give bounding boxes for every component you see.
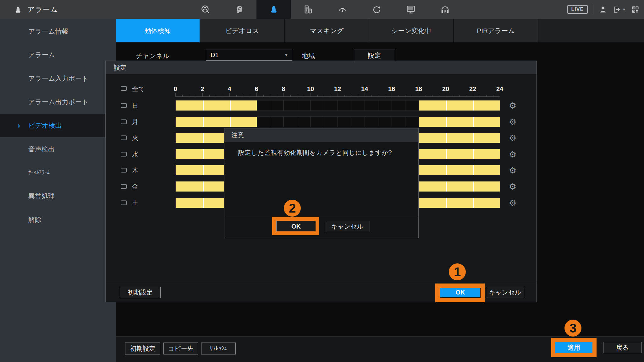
tab-0[interactable]: 動体検知 (116, 19, 200, 42)
qr-code-icon[interactable] (631, 5, 640, 14)
gear-icon-3[interactable]: ⚙ (509, 150, 516, 159)
sidebar-item-label: 音声検出 (28, 145, 55, 154)
schedule-block (230, 100, 257, 111)
schedule-block (419, 117, 446, 127)
warning-dialog-message: 設定した監視有効化期間をカメラと同じにしますか? (238, 149, 392, 157)
sidebar-item-2[interactable]: アラーム入力ポート (0, 67, 116, 90)
day-checkbox-0[interactable] (121, 103, 127, 108)
tab-1[interactable]: ビデオロス (200, 19, 285, 42)
apply-button[interactable]: 適用 (555, 342, 592, 353)
nav-system-icon[interactable] (359, 0, 394, 19)
hour-label-18: 18 (415, 85, 422, 93)
day-label-5: 金 (132, 182, 138, 191)
sidebar-item-5[interactable]: 音声検出 (0, 137, 116, 161)
channel-value: D1 (211, 51, 219, 59)
day-label-2: 火 (132, 134, 138, 142)
schedule-block (176, 149, 203, 159)
tab-3[interactable]: シーン変化中 (369, 19, 454, 42)
nav-audio-icon[interactable] (428, 0, 462, 19)
top-bar: アラーム LIVE ▼ (0, 0, 644, 19)
schedule-dialog-cancel-button[interactable]: キャンセル (486, 287, 524, 298)
sidebar-item-3[interactable]: アラーム出力ポート (0, 90, 116, 114)
region-label: 地域 (302, 51, 315, 60)
timeline-0[interactable] (175, 100, 500, 111)
gear-icon-2[interactable]: ⚙ (509, 134, 516, 142)
day-label-4: 木 (132, 166, 138, 175)
sidebar-item-6[interactable]: ｻｰﾏﾙｱﾗｰﾑ (0, 161, 116, 184)
channel-select[interactable]: D1 ▼ (206, 50, 292, 61)
hour-label-22: 22 (469, 85, 476, 93)
schedule-block (446, 198, 473, 208)
warning-dialog-ok-button[interactable]: OK (276, 221, 316, 232)
sidebar-item-4[interactable]: ›ビデオ検出 (0, 114, 116, 137)
gear-icon-4[interactable]: ⚙ (509, 166, 516, 175)
timeline-1[interactable] (175, 116, 500, 127)
schedule-block (473, 198, 500, 208)
sidebar-item-label: 解除 (28, 215, 41, 224)
schedule-block (176, 100, 203, 111)
nav-maintain-icon[interactable] (325, 0, 359, 19)
back-button[interactable]: 戻る (603, 342, 641, 353)
day-label-1: 月 (132, 118, 138, 126)
gear-icon-0[interactable]: ⚙ (509, 101, 516, 110)
day-checkbox-6[interactable] (121, 201, 127, 205)
day-checkbox-5[interactable] (121, 184, 127, 189)
schedule-block (203, 117, 230, 127)
hour-label-10: 10 (307, 85, 314, 93)
tab-4[interactable]: PIRアラーム (454, 19, 538, 42)
schedule-block (473, 149, 500, 159)
sidebar: アラーム情報アラームアラーム入力ポートアラーム出力ポート›ビデオ検出音声検出ｻｰ… (0, 19, 116, 362)
sidebar-item-0[interactable]: アラーム情報 (0, 19, 116, 43)
schedule-block (473, 181, 500, 192)
schedule-dialog-ok-button[interactable]: OK (440, 288, 480, 297)
schedule-row-0: 日⚙ (106, 100, 537, 111)
nav-ai-icon[interactable] (222, 0, 256, 19)
schedule-block (473, 133, 500, 143)
schedule-block (176, 117, 203, 127)
caret-down-icon: ▼ (622, 8, 626, 11)
schedule-block (446, 181, 473, 192)
topbar-right: LIVE ▼ (567, 0, 640, 19)
schedule-block (473, 117, 500, 127)
nav-alarm-icon[interactable] (256, 0, 291, 19)
nav-backup-icon[interactable] (291, 0, 325, 19)
sidebar-item-label: アラーム出力ポート (28, 98, 88, 106)
tab-2[interactable]: マスキング (285, 19, 369, 42)
schedule-block (176, 198, 203, 208)
schedule-block (419, 149, 446, 159)
sidebar-item-8[interactable]: 解除 (0, 208, 116, 231)
schedule-row-1: 月⚙ (106, 116, 537, 127)
sidebar-item-7[interactable]: 異常処理 (0, 184, 116, 208)
gear-icon-5[interactable]: ⚙ (509, 182, 516, 191)
nav-display-icon[interactable] (394, 0, 428, 19)
sidebar-item-1[interactable]: アラーム (0, 43, 116, 67)
hour-ruler (175, 92, 500, 97)
channel-label: チャンネル (136, 51, 169, 60)
warning-dialog-cancel-button[interactable]: キャンセル (325, 221, 370, 232)
chevron-right-icon: › (18, 122, 20, 129)
copy-to-button[interactable]: コピー先 (163, 343, 198, 354)
schedule-block (473, 100, 500, 111)
gear-icon-6[interactable]: ⚙ (509, 199, 516, 207)
day-checkbox-3[interactable] (121, 152, 127, 157)
sidebar-item-label: アラーム (28, 51, 55, 59)
logout-icon[interactable]: ▼ (613, 5, 626, 14)
hour-label-14: 14 (361, 85, 368, 93)
day-checkbox-2[interactable] (121, 136, 127, 140)
refresh-button[interactable]: ﾘﾌﾚｯｼｭ (201, 343, 236, 354)
region-setting-button[interactable]: 設定 (354, 50, 395, 61)
live-button[interactable]: LIVE (567, 5, 588, 14)
user-icon[interactable] (599, 5, 607, 14)
default-button[interactable]: 初期設定 (125, 343, 160, 354)
day-checkbox-1[interactable] (121, 120, 127, 124)
schedule-default-button[interactable]: 初期設定 (120, 287, 161, 298)
tab-bar: 動体検知ビデオロスマスキングシーン変化中PIRアラーム (116, 19, 644, 42)
gear-icon-1[interactable]: ⚙ (509, 118, 516, 126)
day-checkbox-4[interactable] (121, 168, 127, 173)
all-checkbox[interactable] (121, 86, 127, 91)
nav-search-icon[interactable] (188, 0, 222, 19)
schedule-block (176, 181, 203, 192)
hour-label-0: 0 (173, 85, 177, 93)
schedule-block (446, 165, 473, 175)
topbar-divider (593, 4, 593, 14)
